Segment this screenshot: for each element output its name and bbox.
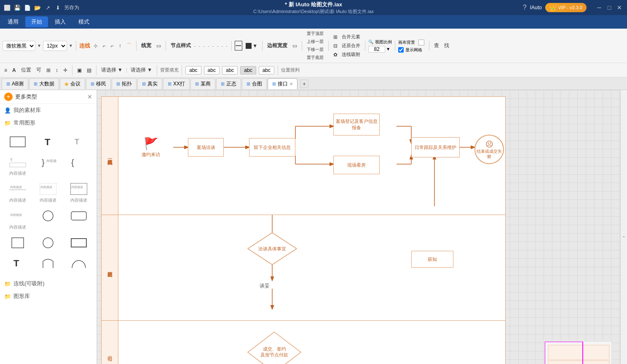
restore-label-btn[interactable]: 还原合并 [340,42,362,50]
node-inform[interactable]: 获知 [411,251,453,268]
menu-item-general[interactable]: 通用 [2,16,24,27]
tab-interface-close[interactable]: ✕ [289,82,293,86]
adsorb-label-btn[interactable]: 连线吸附 [340,50,362,58]
merge-label-btn[interactable]: 合并元素 [340,33,362,41]
position-btn[interactable]: 位置 [19,66,33,74]
shape-rounded-rect[interactable] [64,207,93,232]
shape-text-small[interactable]: T 内容描述 [3,153,32,178]
select-toggle-btn[interactable]: ▣ [75,66,83,74]
select-mode-btn[interactable]: ▤ [85,66,93,74]
shape-bracket[interactable]: { [64,153,93,178]
node-negotiate[interactable]: 案场洽谈 [188,138,224,157]
shape-curly-brace[interactable]: }内容描述 [34,153,62,178]
view-scale-input[interactable] [368,46,385,53]
show-grid-checkbox[interactable] [398,47,404,53]
help-icon[interactable]: ? [523,4,527,11]
node-view-house[interactable]: 现场看房 [333,156,380,174]
sidebar-item-shape-lib[interactable]: 📁 图形库 [0,290,96,303]
sidebar-item-my-lib[interactable]: 👤 我的素材库 [0,104,96,117]
node-track[interactable]: 日常跟踪及关系维护 [411,137,460,157]
font-family-dropdown[interactable]: ▼ [37,43,41,48]
abc-btn5[interactable]: abc [259,66,274,74]
open-icon[interactable]: 📂 [34,4,41,11]
distribute-btn[interactable]: ↕ [54,66,60,74]
canvas-area[interactable]: 招商一线员工 [97,90,620,364]
node-fail[interactable]: ☹ 结束或成交失败 [474,135,504,164]
sidebar-add-button[interactable]: + [4,93,13,101]
move-up-btn[interactable]: 上移一层 [305,38,325,45]
shape-text-t1[interactable]: T [34,133,62,151]
search-btn[interactable]: 查 [432,41,441,50]
shape-text-t3[interactable]: T [3,254,32,272]
swimlane-content-3[interactable]: 成交、签约 及按节点付款 [118,321,505,364]
find-btn[interactable]: 找 [442,41,451,50]
tab-xx[interactable]: ⊞ XX打 [163,78,190,89]
tab-combine[interactable]: ⊞ 合图 [242,78,267,89]
bring-to-top-btn[interactable]: 置于顶层 [305,30,325,37]
abc-btn2[interactable]: abc [204,66,220,74]
shape-circle[interactable] [34,207,62,232]
line-width-control[interactable]: ▭ [155,42,163,50]
export-icon[interactable]: ↗ [44,4,51,11]
group-btn[interactable]: ⊞ [45,66,52,74]
shape-content-text4[interactable]: 内容描述 内容描述 [64,180,93,205]
line-type-btn3[interactable]: ⌐ [109,42,115,50]
line-type-btn5[interactable]: ⌒ [125,41,133,50]
tab-meeting[interactable]: ◉ 会议 [60,78,85,89]
node-sign[interactable]: 成交、签约 及按节点付款 [247,331,302,364]
tab-topology[interactable]: ⊞ 拓扑 [112,78,137,89]
tab-real[interactable]: ⊞ 真实 [137,78,162,89]
line-type-btn4[interactable]: ↑ [117,42,123,50]
sidebar-item-connectable[interactable]: 📁 连线(可吸附) [0,277,96,290]
line-type-btn2[interactable]: ⌐ [101,42,107,50]
select-dropdown2[interactable]: 请选择 ▼ [129,66,154,74]
tab-merchant[interactable]: ⊞ 某商 [190,78,215,89]
abc-btn1[interactable]: abc [185,66,201,74]
restore-icon-btn[interactable]: ⊟ [332,42,339,50]
font-size-dropdown[interactable]: ▼ [69,43,73,48]
text-btn[interactable]: A [11,66,18,74]
shape-circle2[interactable] [34,234,62,252]
menu-item-mode[interactable]: 模式 [72,16,95,27]
new-icon[interactable]: 📄 [24,4,31,11]
sidebar-close-button[interactable]: ✕ [87,93,92,100]
shape-rect-bordered[interactable] [64,234,93,252]
merge-icon-btn[interactable]: ⊞ [332,33,339,41]
tab-normal[interactable]: ⊞ 正态 [216,78,241,89]
minimize-button[interactable]: ─ [595,3,603,12]
shape-arch[interactable] [34,254,62,272]
tab-interface[interactable]: ⊞ 接口 ✕ [268,78,297,89]
node-discuss[interactable]: 洽谈具体事宜 [247,232,297,266]
view-scale-dropdown[interactable]: ▼ [386,47,390,51]
font-size-select[interactable]: 12px [43,41,67,51]
maximize-button[interactable]: □ [605,3,614,12]
node-leave-info[interactable]: 留下企业相关信息 [249,138,295,157]
select-dropdown1[interactable]: 请选择 ▼ [99,66,124,74]
send-to-bottom-btn[interactable]: 置于底层 [305,54,325,61]
border-width-control[interactable]: ▭ [291,42,299,50]
canvas-bg-btn[interactable] [417,39,426,46]
node-invite[interactable]: 🚩 邀约来访 [142,137,160,158]
node-register[interactable]: 案场登记及客户信息报备 [333,114,380,136]
tab-migrate[interactable]: ⊞ 移民 [86,78,111,89]
color-box-btn[interactable]: ▼ [244,42,259,50]
tab-bigdata[interactable]: ⊞ 大数据 [29,78,59,89]
font-family-select[interactable]: 微软雅黑 [3,41,35,51]
shape-content-text3[interactable]: 内容描述 内容描述 [34,180,62,205]
menu-item-insert[interactable]: 插入 [49,16,72,27]
shape-content-text5[interactable]: 内容描述 内容描述 [3,207,32,232]
close-button[interactable]: ✕ [615,3,624,12]
swimlane-content-2[interactable]: 洽谈具体事宜 获知 谈妥 [118,215,505,320]
shape-half-circle[interactable] [64,254,93,272]
abc-btn3[interactable]: abc [222,66,238,74]
sidebar-item-common-shapes[interactable]: 📁 常用图形 [0,117,96,129]
shape-rectangle[interactable] [3,133,32,151]
abc-btn4[interactable]: abc [240,66,256,74]
vip-button[interactable]: 👑 VIP - v3.3.0 [545,3,587,12]
tab-ab[interactable]: ⊞ AB测 [2,78,28,89]
menu-item-start[interactable]: 开始 [25,16,48,27]
shape-square[interactable] [3,234,32,252]
adsorb-icon-btn[interactable]: ✿ [332,51,339,58]
align-left-btn[interactable]: ≡ [3,66,9,74]
swimlane-content-1[interactable]: 🚩 邀约来访 案场洽谈 留下企业相关信息 案场登记及客户信息报备 现场看房 日常… [118,97,505,215]
